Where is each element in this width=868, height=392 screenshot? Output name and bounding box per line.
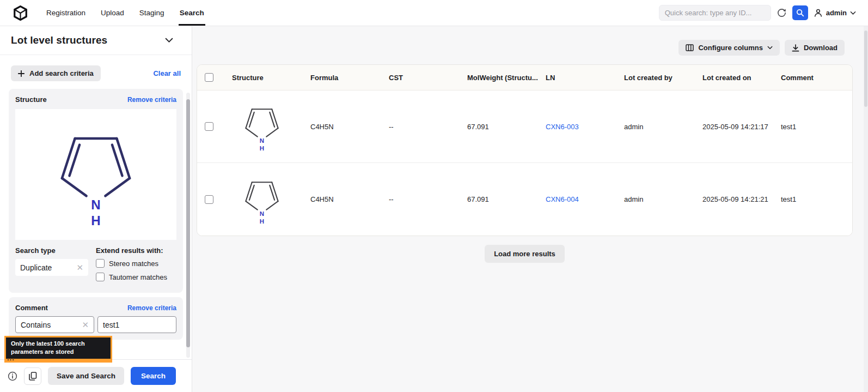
remove-structure-criteria-link[interactable]: Remove criteria (127, 96, 176, 104)
quick-search-submit-button[interactable] (792, 5, 808, 20)
user-icon (814, 8, 823, 17)
sidebar-scrollbar-thumb[interactable] (186, 99, 190, 347)
row-checkbox[interactable] (205, 122, 213, 131)
search-type-select[interactable]: Duplicate ✕ (15, 259, 88, 276)
copy-search-button[interactable] (24, 367, 41, 385)
result-row: C4H5N -- 67.091 CXN6-004 admin 2025-05-0… (197, 163, 852, 236)
column-header-molweight[interactable]: MolWeight (Structu... (467, 74, 546, 82)
structure-panel-title: Structure (15, 95, 47, 104)
lot-created-on-cell: 2025-05-09 14:21:21 (702, 195, 781, 203)
column-header-ln[interactable]: LN (546, 74, 624, 82)
app-logo (13, 0, 28, 26)
formula-cell: C4H5N (310, 123, 389, 131)
comment-panel-header: Comment Remove criteria (15, 304, 176, 312)
save-and-search-button[interactable]: Save and Search (48, 367, 124, 385)
ln-cell: CXN6-004 (546, 195, 624, 203)
extend-results-column: Extend results with: Stereo matches Taut… (96, 246, 167, 286)
stereo-matches-checkbox[interactable] (96, 259, 105, 268)
overflow-ellipsis: ... (7, 354, 15, 362)
select-all-checkbox[interactable] (205, 73, 213, 82)
configure-columns-button[interactable]: Configure columns (678, 40, 779, 56)
extend-results-label: Extend results with: (96, 246, 167, 255)
column-header-cst[interactable]: CST (389, 74, 467, 82)
tautomer-matches-checkbox[interactable] (96, 273, 105, 281)
stereo-matches-option[interactable]: Stereo matches (96, 259, 167, 268)
copy-icon (29, 372, 37, 381)
search-history-button[interactable] (777, 8, 787, 18)
remove-comment-criteria-link[interactable]: Remove criteria (127, 304, 176, 312)
comment-criteria-panel: Comment Remove criteria Contains ✕ (9, 297, 183, 340)
sidebar-toolbar: Add search criteria Clear all (0, 55, 192, 89)
lot-created-by-cell: admin (624, 195, 702, 203)
quick-search-input[interactable] (659, 5, 771, 21)
comment-operator-select[interactable]: Contains ✕ (15, 316, 94, 333)
column-header-lot-created-on[interactable]: Lot created on (702, 74, 781, 82)
row-checkbox-cell (197, 122, 232, 131)
chevron-down-icon (767, 46, 773, 50)
structure-panel-header: Structure Remove criteria (15, 95, 176, 104)
page-scrollbar-track (864, 26, 868, 392)
formula-cell: C4H5N (310, 195, 389, 203)
nav-tab-registration[interactable]: Registration (46, 0, 85, 26)
history-icon (777, 8, 787, 18)
row-checkbox[interactable] (205, 195, 213, 204)
row-checkbox-cell (197, 195, 232, 204)
tautomer-matches-option[interactable]: Tautomer matches (96, 273, 167, 281)
nav-tab-staging[interactable]: Staging (139, 0, 164, 26)
results-area: Configure columns Download St (192, 26, 868, 392)
column-header-structure[interactable]: Structure (232, 74, 310, 82)
search-criteria-sidebar: Lot level structures Add search criteria… (0, 26, 192, 392)
structure-cell (232, 101, 310, 152)
user-menu[interactable]: admin (814, 8, 856, 17)
navbar-right: admin (659, 0, 868, 26)
add-search-criteria-button[interactable]: Add search criteria (11, 65, 101, 81)
structure-editor-canvas[interactable] (15, 109, 176, 240)
download-button[interactable]: Download (785, 40, 845, 56)
comment-panel-title: Comment (15, 304, 48, 312)
column-header-comment[interactable]: Comment (781, 74, 852, 82)
configure-columns-label: Configure columns (698, 44, 762, 52)
results-toolbar: Configure columns Download (678, 40, 845, 56)
comment-value-input[interactable] (97, 316, 176, 333)
nav-tab-search[interactable]: Search (180, 0, 204, 26)
lot-created-by-cell: admin (624, 123, 702, 131)
search-button[interactable]: Search (131, 367, 176, 385)
molecule-structure-pyrrole (240, 101, 284, 152)
molecule-structure-pyrrole (240, 174, 284, 225)
results-table: Structure Formula CST MolWeight (Structu… (197, 64, 853, 236)
user-name-label: admin (826, 9, 847, 17)
result-row: C4H5N -- 67.091 CXN6-003 admin 2025-05-0… (197, 91, 852, 163)
cst-cell: -- (389, 123, 467, 131)
search-history-tooltip: Only the latest 100 search parameters ar… (4, 336, 112, 363)
primary-nav: Registration Upload Staging Search (46, 0, 204, 26)
ln-link[interactable]: CXN6-003 (546, 123, 579, 131)
add-search-criteria-label: Add search criteria (29, 69, 94, 77)
clear-icon[interactable]: ✕ (76, 263, 83, 272)
chevron-down-icon[interactable] (165, 38, 173, 43)
search-icon (796, 9, 804, 17)
clear-icon[interactable]: ✕ (82, 321, 89, 329)
sidebar-title: Lot level structures (11, 34, 107, 46)
comment-operator-value: Contains (21, 321, 51, 329)
page-scrollbar-thumb[interactable] (864, 31, 867, 107)
lot-created-on-cell: 2025-05-09 14:21:17 (702, 123, 781, 131)
cst-cell: -- (389, 195, 467, 203)
nav-tab-upload[interactable]: Upload (101, 0, 124, 26)
structure-options-row: Search type Duplicate ✕ Extend results w… (15, 246, 176, 286)
sidebar-header: Lot level structures (0, 26, 192, 55)
info-icon[interactable] (8, 371, 17, 381)
download-label: Download (804, 44, 838, 52)
molweight-cell: 67.091 (467, 123, 546, 131)
ln-link[interactable]: CXN6-004 (546, 195, 579, 203)
comment-cell: test1 (781, 195, 852, 203)
download-icon (792, 44, 799, 52)
ln-cell: CXN6-003 (546, 123, 624, 131)
load-more-container: Load more results (197, 245, 853, 263)
search-type-column: Search type Duplicate ✕ (15, 246, 88, 286)
stereo-matches-label: Stereo matches (109, 260, 158, 268)
column-header-lot-created-by[interactable]: Lot created by (624, 74, 702, 82)
clear-all-link[interactable]: Clear all (153, 69, 181, 77)
load-more-results-button[interactable]: Load more results (485, 245, 565, 263)
column-header-formula[interactable]: Formula (310, 74, 389, 82)
table-header-row: Structure Formula CST MolWeight (Structu… (197, 65, 852, 91)
